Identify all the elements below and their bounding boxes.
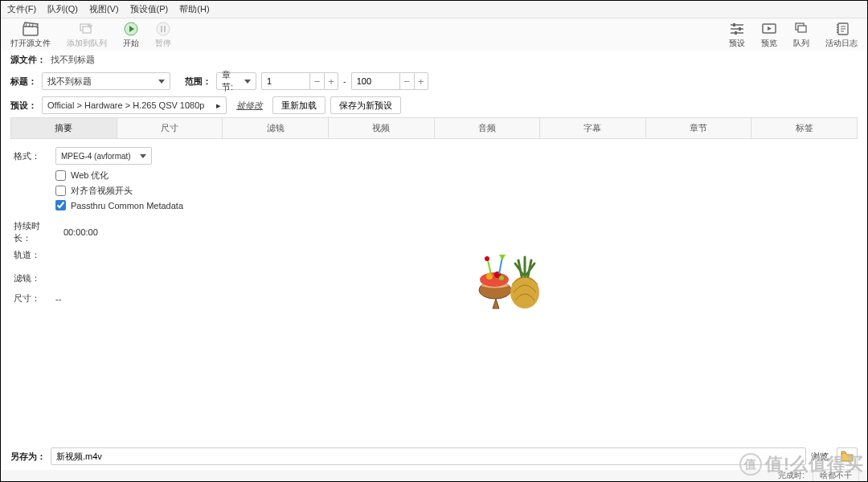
svg-point-18 xyxy=(499,276,504,280)
source-value: 找不到标题 xyxy=(51,54,95,66)
tab-tags[interactable]: 标签 xyxy=(751,118,857,138)
start-button[interactable]: 开始 xyxy=(120,22,142,49)
caret-icon xyxy=(244,80,251,84)
preset-label: 预设： xyxy=(10,100,37,112)
app-logo xyxy=(475,246,547,310)
svg-rect-5 xyxy=(161,26,162,32)
preview-icon xyxy=(761,22,777,36)
activity-button[interactable]: 活动日志 xyxy=(822,22,861,49)
log-icon xyxy=(833,22,850,36)
svg-rect-8 xyxy=(739,27,741,31)
svg-point-4 xyxy=(157,22,170,35)
caret-icon xyxy=(140,154,146,158)
preview-button[interactable]: 预览 xyxy=(758,22,780,49)
range-label: 范围： xyxy=(185,76,211,88)
spin-plus-icon[interactable]: + xyxy=(414,72,428,90)
tab-summary[interactable]: 摘要 xyxy=(11,118,117,138)
saveas-input[interactable] xyxy=(51,447,806,465)
tab-bar: 摘要 尺寸 滤镜 视频 音频 字幕 章节 标签 xyxy=(10,117,858,139)
svg-point-15 xyxy=(480,272,509,287)
reload-preset-button[interactable]: 重新加载 xyxy=(272,96,326,114)
menu-presets[interactable]: 预设值(P) xyxy=(130,3,169,15)
toolbar: 打开源文件 添加到队列 开始 暂停 预设 预览 队列 xyxy=(1,18,867,51)
spin-minus-icon[interactable]: − xyxy=(399,72,414,90)
save-preset-button[interactable]: 保存为新预设 xyxy=(330,96,401,114)
svg-point-20 xyxy=(485,256,489,261)
menu-file[interactable]: 文件(F) xyxy=(7,3,36,15)
svg-rect-6 xyxy=(164,26,166,32)
caret-icon xyxy=(158,80,165,84)
add-queue-icon xyxy=(79,22,95,36)
sliders-icon xyxy=(729,22,745,36)
title-label: 标题： xyxy=(10,76,37,88)
spin-minus-icon[interactable]: − xyxy=(309,72,324,90)
preset-row: 预设： Official > Hardware > H.265 QSV 1080… xyxy=(1,93,867,117)
browse-button[interactable] xyxy=(837,447,858,465)
duration-value: 00:00:00 xyxy=(63,227,98,237)
size-value: -- xyxy=(55,294,61,304)
folder-icon xyxy=(841,451,854,462)
saveas-label: 另存为： xyxy=(10,451,46,463)
align-av-checkbox[interactable] xyxy=(55,186,66,196)
svg-line-21 xyxy=(499,257,502,274)
queue-button[interactable]: 队列 xyxy=(790,22,813,49)
open-source-button[interactable]: 打开源文件 xyxy=(7,22,54,49)
preset-dropdown[interactable]: Official > Hardware > H.265 QSV 1080p ▸ xyxy=(42,96,227,114)
presets-button[interactable]: 预设 xyxy=(726,22,748,49)
menu-bar: 文件(F) 队列(Q) 视图(V) 预设值(P) 帮助(H) xyxy=(1,1,867,18)
queue-icon xyxy=(793,22,809,36)
format-label: 格式： xyxy=(14,150,46,162)
menu-help[interactable]: 帮助(H) xyxy=(179,3,209,15)
source-row: 源文件： 找不到标题 xyxy=(1,51,867,69)
menu-view[interactable]: 视图(V) xyxy=(89,3,119,15)
passthru-metadata-checkbox[interactable] xyxy=(55,200,66,210)
pause-icon xyxy=(155,22,171,36)
tab-dimensions[interactable]: 尺寸 xyxy=(117,118,223,138)
svg-rect-0 xyxy=(23,27,38,35)
filters-label: 滤镜： xyxy=(14,272,46,284)
spin-plus-icon[interactable]: + xyxy=(324,72,338,90)
web-optimize-checkbox[interactable] xyxy=(55,170,66,181)
pause-button[interactable]: 暂停 xyxy=(152,22,174,49)
range-mode-dropdown[interactable]: 章节: xyxy=(216,72,256,90)
title-dropdown[interactable]: 找不到标题 xyxy=(42,72,170,90)
svg-rect-7 xyxy=(733,23,735,27)
summary-panel: 格式： MPEG-4 (avformat) Web 优化 对齐音视频开头 Pas… xyxy=(1,139,867,317)
size-label: 尺寸： xyxy=(14,292,46,304)
tab-audio[interactable]: 音频 xyxy=(435,118,541,138)
svg-rect-12 xyxy=(798,26,806,32)
play-small-icon: ▸ xyxy=(216,100,221,111)
range-to-input[interactable] xyxy=(351,72,399,90)
status-bar: 完成时: 啥都不干 xyxy=(1,470,867,481)
browse-label: 浏览 xyxy=(811,451,832,463)
clapperboard-icon xyxy=(23,22,39,36)
duration-label: 持续时长： xyxy=(14,220,54,244)
tab-chapters[interactable]: 章节 xyxy=(646,118,752,138)
svg-rect-9 xyxy=(735,31,737,35)
preset-modified-link[interactable]: 被修改 xyxy=(231,100,268,112)
tab-video[interactable]: 视频 xyxy=(329,118,435,138)
format-dropdown[interactable]: MPEG-4 (avformat) xyxy=(55,147,152,165)
play-icon xyxy=(123,22,139,36)
range-from-input[interactable] xyxy=(261,72,309,90)
svg-line-19 xyxy=(488,260,491,275)
title-row: 标题： 找不到标题 范围： 章节: − + - − + xyxy=(1,69,867,93)
tab-filters[interactable]: 滤镜 xyxy=(223,118,329,138)
saveas-row: 另存为： 浏览 xyxy=(1,443,867,470)
add-queue-button[interactable]: 添加到队列 xyxy=(63,22,110,49)
range-from-spinner[interactable]: − + xyxy=(261,72,338,90)
source-label: 源文件： xyxy=(10,54,46,66)
tracks-label: 轨道： xyxy=(14,249,46,261)
range-to-spinner[interactable]: − + xyxy=(351,72,428,90)
done-action-dropdown[interactable]: 啥都不干 xyxy=(813,469,859,482)
tab-subtitles[interactable]: 字幕 xyxy=(540,118,646,138)
menu-queue[interactable]: 队列(Q) xyxy=(47,3,78,15)
